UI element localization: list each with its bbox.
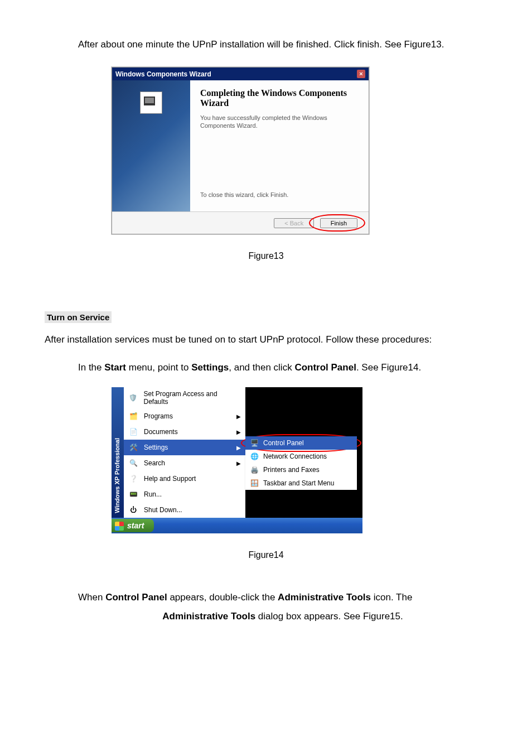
submenu-item-control-panel[interactable]: 🖥️ Control Panel: [245, 436, 357, 450]
help-icon: ❔: [128, 474, 138, 484]
menu-item-settings[interactable]: 🛠️ Settings▶: [124, 440, 245, 455]
submenu-item-taskbar[interactable]: 🪟 Taskbar and Start Menu: [245, 476, 357, 490]
wizard-sidebar-graphic: [112, 80, 190, 211]
finish-highlight: Finish: [317, 218, 357, 228]
after-install-text: After installation services must be tune…: [45, 334, 487, 345]
menu-item-defaults[interactable]: 🛡️ Set Program Access and Defaults: [124, 387, 245, 408]
documents-icon: 📄: [128, 427, 138, 437]
shutdown-icon: ⏻: [128, 505, 138, 515]
programs-icon: 🗂️: [128, 411, 138, 421]
menu-item-shutdown[interactable]: ⏻ Shut Down...: [124, 502, 245, 518]
defaults-icon: 🛡️: [128, 393, 138, 403]
wizard-heading: Completing the Windows Components Wizard: [200, 88, 357, 108]
submenu-item-network[interactable]: 🌐 Network Connections: [245, 450, 357, 463]
menu-item-programs[interactable]: 🗂️ Programs▶: [124, 408, 245, 424]
printers-icon: 🖨️: [250, 465, 259, 474]
control-panel-icon: 🖥️: [250, 439, 259, 447]
menu-item-run[interactable]: 📟 Run...: [124, 487, 245, 502]
finish-button[interactable]: Finish: [320, 218, 357, 228]
figure-14-startmenu: Windows XP Professional 🛡️ Set Program A…: [112, 387, 362, 533]
menu-item-help[interactable]: ❔ Help and Support: [124, 471, 245, 487]
figure-13-wizard: Windows Components Wizard × Completing t…: [112, 67, 369, 234]
os-vertical-label: Windows XP Professional: [112, 387, 124, 518]
network-icon: 🌐: [250, 452, 259, 461]
figure13-caption: Figure13: [45, 251, 487, 261]
intro-text: After about one minute the UPnP installa…: [45, 0, 487, 50]
svg-rect-1: [145, 98, 154, 103]
step2-text: When Control Panel appears, double-click…: [78, 588, 487, 626]
wizard-sidebar-icon: [140, 92, 162, 114]
figure14-caption: Figure14: [45, 550, 487, 560]
settings-icon: 🛠️: [128, 442, 138, 452]
start-button[interactable]: start: [112, 519, 154, 532]
wizard-close-hint: To close this wizard, click Finish.: [200, 191, 357, 198]
menu-item-search[interactable]: 🔍 Search▶: [124, 455, 245, 471]
turn-on-service-heading: Turn on Service: [45, 311, 112, 323]
search-icon: 🔍: [128, 458, 138, 468]
submenu-item-printers[interactable]: 🖨️ Printers and Faxes: [245, 463, 357, 476]
run-icon: 📟: [128, 489, 138, 499]
wizard-title: Windows Components Wizard: [115, 70, 211, 78]
settings-submenu: 🖥️ Control Panel 🌐 Network Connections 🖨…: [245, 436, 357, 490]
back-button: < Back: [274, 218, 314, 228]
taskbar-icon: 🪟: [250, 479, 259, 488]
taskbar: start: [112, 518, 362, 533]
step1-text: In the Start menu, point to Settings, an…: [78, 362, 487, 373]
wizard-subtext: You have successfully completed the Wind…: [200, 114, 357, 130]
wizard-titlebar: Windows Components Wizard ×: [112, 68, 369, 80]
menu-item-documents[interactable]: 📄 Documents▶: [124, 424, 245, 440]
close-icon[interactable]: ×: [357, 70, 365, 78]
